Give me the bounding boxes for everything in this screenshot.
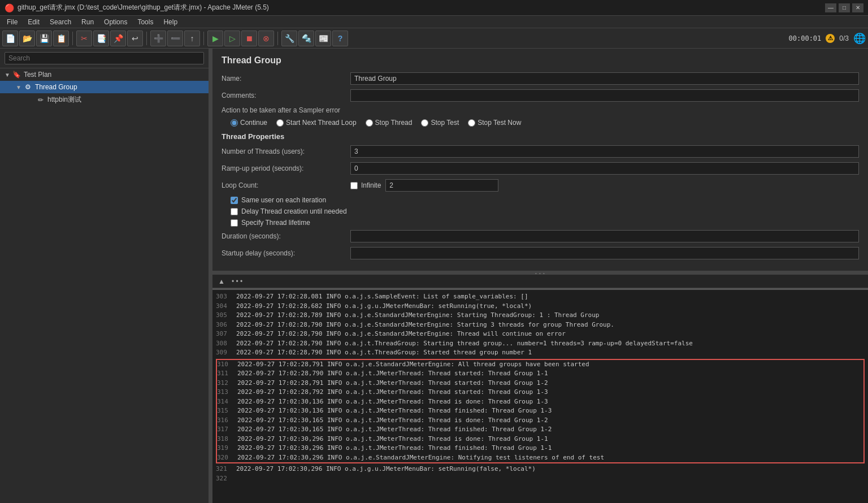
tree-item-test-plan[interactable]: ▼🔖Test Plan bbox=[0, 68, 209, 81]
tree-item-httpbin[interactable]: ✏httpbin测试 bbox=[0, 93, 209, 106]
shutdown-button[interactable]: ⊗ bbox=[258, 31, 274, 46]
radio-continue[interactable]: Continue bbox=[231, 119, 267, 127]
log-line-num: 308 bbox=[216, 339, 233, 349]
num-threads-input[interactable] bbox=[350, 145, 859, 158]
radio-start-next-input[interactable] bbox=[276, 119, 284, 127]
open-button[interactable]: 📂 bbox=[19, 31, 35, 46]
radio-stop-thread[interactable]: Stop Thread bbox=[366, 119, 413, 127]
add-button[interactable]: ➕ bbox=[150, 31, 166, 46]
globe-icon: 🌐 bbox=[853, 32, 866, 45]
log-line-text: 2022-09-27 17:02:28,790 INFO o.a.j.e.Sta… bbox=[236, 330, 566, 337]
comments-input[interactable] bbox=[350, 89, 859, 102]
thread-props-title: Thread Properties bbox=[222, 132, 859, 141]
startup-delay-label: Startup delay (seconds): bbox=[222, 249, 346, 257]
log-line-text: 2022-09-27 17:02:28,791 INFO o.a.j.t.JMe… bbox=[237, 379, 548, 387]
toolbar-right: 00:00:01 ⚠ 0/3 🌐 bbox=[789, 32, 866, 45]
menu-item-file[interactable]: File bbox=[2, 17, 22, 27]
log-line-309: 3092022-09-27 17:02:28,790 INFO o.a.j.t.… bbox=[216, 348, 865, 358]
tree: ▼🔖Test Plan▼⚙Thread Group✏httpbin测试 bbox=[0, 68, 209, 106]
maximize-button[interactable]: □ bbox=[839, 3, 850, 12]
log-line-text: 2022-09-27 17:02:30,136 INFO o.a.j.t.JMe… bbox=[237, 407, 552, 414]
ramp-up-row: Ramp-up period (seconds): bbox=[222, 162, 859, 175]
duration-label: Duration (seconds): bbox=[222, 232, 346, 240]
stop-button[interactable]: ⏹ bbox=[241, 31, 257, 46]
specify-lifetime-checkbox[interactable] bbox=[231, 219, 238, 227]
paste-button[interactable]: 📌 bbox=[110, 31, 126, 46]
title-text: githup_get请求.jmx (D:\test_code\Jmeter\gi… bbox=[18, 3, 269, 12]
infinite-label[interactable]: Infinite bbox=[350, 181, 381, 189]
log-line-311: 3112022-09-27 17:02:28,790 INFO o.a.j.t.… bbox=[217, 369, 863, 379]
new-button[interactable]: 📄 bbox=[2, 31, 18, 46]
log-line-num: 319 bbox=[217, 444, 234, 453]
counter-badge: 0/3 bbox=[839, 34, 849, 42]
cut-button[interactable]: ✂ bbox=[76, 31, 92, 46]
radio-stop-test-input[interactable] bbox=[421, 119, 428, 127]
log-line-text: 2022-09-27 17:02:28,682 INFO o.a.j.g.u.J… bbox=[236, 302, 532, 310]
tree-item-thread-group[interactable]: ▼⚙Thread Group bbox=[0, 81, 209, 93]
timer-display: 00:00:01 bbox=[789, 34, 822, 42]
log-line-text: 2022-09-27 17:02:30,296 INFO o.a.j.t.JMe… bbox=[237, 444, 552, 452]
radio-start-next[interactable]: Start Next Thread Loop bbox=[276, 119, 357, 127]
log-line-307: 3072022-09-27 17:02:28,790 INFO o.a.j.e.… bbox=[216, 329, 865, 339]
radio-stop-test-now[interactable]: Stop Test Now bbox=[468, 119, 521, 127]
radio-stop-test-now-input[interactable] bbox=[468, 119, 475, 127]
remove-button[interactable]: ➖ bbox=[167, 31, 183, 46]
help-button[interactable]: ? bbox=[332, 31, 348, 46]
tree-expand-icon[interactable]: ▼ bbox=[16, 84, 21, 90]
copy-button[interactable]: 📑 bbox=[93, 31, 109, 46]
infinite-checkbox[interactable] bbox=[350, 182, 358, 189]
log-line-text: 2022-09-27 17:02:30,296 INFO o.a.j.g.u.J… bbox=[236, 465, 536, 472]
name-row: Name: bbox=[222, 72, 859, 85]
tree-expand-icon[interactable]: ▼ bbox=[5, 72, 10, 78]
menu-item-options[interactable]: Options bbox=[99, 17, 132, 27]
menu-item-run[interactable]: Run bbox=[77, 17, 98, 27]
log-highlight-box: 3102022-09-27 17:02:28,791 INFO o.a.j.e.… bbox=[216, 359, 865, 464]
log-line-num: 318 bbox=[217, 435, 234, 444]
ramp-up-input[interactable] bbox=[350, 162, 859, 175]
log-line-303: 3032022-09-27 17:02:28,081 INFO o.a.j.s.… bbox=[216, 292, 865, 302]
menu-item-tools[interactable]: Tools bbox=[133, 17, 158, 27]
loop-count-row: Loop Count: Infinite bbox=[222, 179, 859, 192]
startup-delay-input[interactable] bbox=[350, 247, 859, 259]
panel-title: Thread Group bbox=[222, 55, 859, 66]
tree-item-icon-thread-group: ⚙ bbox=[24, 83, 33, 92]
tree-item-label-httpbin: httpbin测试 bbox=[47, 95, 81, 105]
minimize-button[interactable]: — bbox=[825, 3, 836, 12]
toolbar-left: 📄 📂 💾 📋 ✂ 📑 📌 ↩ ➕ ➖ ↑ ▶ ▷ ⏹ ⊗ 🔧 🔩 📰 ? bbox=[2, 31, 348, 46]
loop-count-container: Infinite bbox=[350, 179, 498, 192]
save-button[interactable]: 💾 bbox=[36, 31, 52, 46]
radio-stop-thread-input[interactable] bbox=[366, 119, 373, 127]
loop-count-input[interactable] bbox=[385, 179, 498, 192]
remote-stop-button[interactable]: 🔩 bbox=[298, 31, 314, 46]
template-button[interactable]: 📰 bbox=[315, 31, 331, 46]
radio-continue-input[interactable] bbox=[231, 119, 238, 127]
close-button[interactable]: ✕ bbox=[852, 3, 863, 12]
delay-thread-label[interactable]: Delay Thread creation until needed bbox=[231, 207, 859, 215]
menu-item-help[interactable]: Help bbox=[159, 17, 182, 27]
log-line-num: 314 bbox=[217, 397, 234, 407]
menu-item-search[interactable]: Search bbox=[45, 17, 76, 27]
radio-stop-test[interactable]: Stop Test bbox=[421, 119, 459, 127]
log-options-button[interactable]: • • • bbox=[229, 276, 245, 287]
remote-start-button[interactable]: 🔧 bbox=[281, 31, 297, 46]
delay-thread-checkbox[interactable] bbox=[231, 208, 238, 215]
move-up-button[interactable]: ↑ bbox=[184, 31, 200, 46]
toolbar-sep-4 bbox=[277, 32, 278, 45]
saveas-button[interactable]: 📋 bbox=[53, 31, 69, 46]
same-user-checkbox[interactable] bbox=[231, 197, 238, 204]
toolbar-sep-2 bbox=[146, 32, 147, 45]
title-bar-left: 🔴 githup_get请求.jmx (D:\test_code\Jmeter\… bbox=[5, 3, 269, 12]
run-nodebug-button[interactable]: ▷ bbox=[224, 31, 240, 46]
comments-label: Comments: bbox=[222, 92, 346, 99]
log-line-num: 312 bbox=[217, 379, 234, 388]
name-input[interactable] bbox=[350, 72, 859, 85]
toolbar-sep-3 bbox=[203, 32, 204, 45]
menu-item-edit[interactable]: Edit bbox=[23, 17, 44, 27]
log-up-button[interactable]: ▲ bbox=[216, 276, 227, 287]
duration-input[interactable] bbox=[350, 230, 859, 242]
run-button[interactable]: ▶ bbox=[207, 31, 223, 46]
specify-lifetime-label[interactable]: Specify Thread lifetime bbox=[231, 219, 859, 227]
same-user-label[interactable]: Same user on each iteration bbox=[231, 196, 859, 204]
search-input[interactable] bbox=[5, 52, 204, 64]
undo-button[interactable]: ↩ bbox=[127, 31, 143, 46]
